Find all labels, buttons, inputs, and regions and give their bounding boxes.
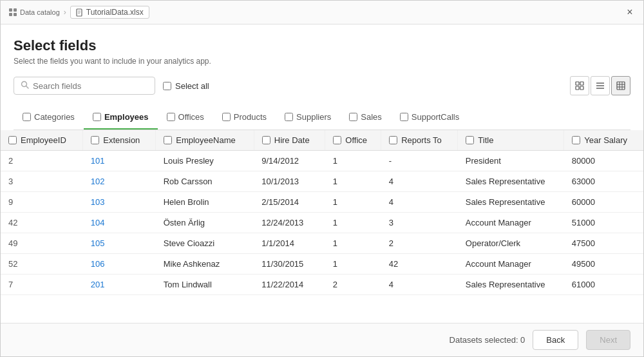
col-checkbox-employee-name[interactable]	[164, 136, 172, 144]
cell-reports_to: -	[381, 151, 458, 171]
tab-offices-checkbox[interactable]	[167, 113, 175, 121]
cell-hire_date: 11/22/2014	[254, 275, 325, 295]
main-content: Select fields Select the fields you want…	[1, 24, 643, 323]
tab-employees-label: Employees	[104, 112, 149, 122]
grid-view-button[interactable]	[570, 76, 589, 95]
tab-supportcalls-checkbox[interactable]	[400, 113, 408, 121]
tab-sales-label: Sales	[361, 112, 382, 122]
cell-year_salary: 63000	[564, 171, 643, 192]
tab-products-label: Products	[234, 112, 267, 122]
cell-year_salary: 80000	[564, 151, 643, 171]
cell-employee_name: Steve Cioazzi	[156, 233, 254, 254]
select-all-wrap: Select all	[163, 81, 209, 91]
cell-title: Operator/Clerk	[458, 233, 564, 254]
tab-sales-checkbox[interactable]	[349, 113, 357, 121]
table-view-button[interactable]	[611, 76, 630, 95]
tabs: Categories Employees Offices Products Su…	[14, 106, 630, 130]
cell-reports_to: 4	[381, 171, 458, 192]
col-checkbox-employee-id[interactable]	[8, 136, 17, 144]
cell-extension[interactable]: 103	[83, 192, 156, 213]
tab-employees-checkbox[interactable]	[93, 113, 101, 121]
cell-extension[interactable]: 105	[83, 233, 156, 254]
app-window: Data catalog › TutorialData.xlsx × Selec…	[0, 0, 644, 357]
col-header-hire-date: Hire Date	[254, 130, 325, 151]
tab-supportcalls-label: SupportCalls	[412, 112, 459, 122]
close-button[interactable]: ×	[624, 6, 636, 18]
cell-employee_name: Helen Brolin	[156, 192, 254, 213]
tab-offices[interactable]: Offices	[158, 106, 213, 130]
svg-line-9	[26, 86, 29, 89]
col-checkbox-hire-date[interactable]	[262, 136, 270, 144]
tab-categories[interactable]: Categories	[14, 106, 84, 130]
tab-products-checkbox[interactable]	[222, 113, 231, 121]
svg-rect-17	[617, 82, 625, 90]
table-row: 7201Tom Lindwall11/22/201424Sales Repres…	[1, 275, 643, 295]
tab-supportcalls[interactable]: SupportCalls	[391, 106, 468, 130]
cell-hire_date: 11/30/2015	[254, 254, 325, 275]
toolbar: Select all	[14, 76, 630, 95]
breadcrumb: Data catalog › TutorialData.xlsx	[8, 6, 149, 19]
svg-rect-10	[576, 82, 579, 85]
file-label: TutorialData.xlsx	[86, 8, 144, 17]
cell-office: 1	[325, 192, 381, 213]
tab-categories-checkbox[interactable]	[23, 113, 31, 121]
cell-office: 2	[325, 275, 381, 295]
col-checkbox-office[interactable]	[333, 136, 341, 144]
svg-rect-2	[9, 13, 12, 16]
cell-extension[interactable]: 102	[83, 171, 156, 192]
back-button[interactable]: Back	[533, 330, 578, 350]
tab-suppliers-checkbox[interactable]	[285, 113, 293, 121]
data-table: EmployeeID Extension EmployeeName Hire D…	[1, 130, 643, 295]
col-checkbox-year-salary[interactable]	[572, 136, 580, 144]
view-buttons	[570, 76, 630, 95]
tab-products[interactable]: Products	[213, 106, 276, 130]
col-header-title: Title	[458, 130, 564, 151]
cell-title: Sales Representative	[458, 171, 564, 192]
cell-reports_to: 42	[381, 254, 458, 275]
cell-office: 1	[325, 171, 381, 192]
list-view-button[interactable]	[591, 76, 610, 95]
col-checkbox-reports-to[interactable]	[389, 136, 397, 144]
next-button: Next	[586, 330, 630, 350]
tab-suppliers[interactable]: Suppliers	[276, 106, 340, 130]
svg-rect-0	[9, 8, 12, 12]
cell-title: Sales Representative	[458, 192, 564, 213]
search-box[interactable]	[14, 77, 155, 95]
table-row: 52106Mike Ashkenaz11/30/2015142Account M…	[1, 254, 643, 275]
tab-categories-label: Categories	[34, 112, 75, 122]
cell-reports_to: 4	[381, 192, 458, 213]
svg-rect-13	[580, 86, 583, 90]
svg-rect-12	[576, 86, 579, 90]
table-row: 42104Östen Ärlig12/24/201313Account Mana…	[1, 213, 643, 233]
page-subtitle: Select the fields you want to include in…	[14, 57, 630, 66]
table-row: 3102Rob Carsson10/1/201314Sales Represen…	[1, 171, 643, 192]
cell-employee_id: 3	[1, 171, 83, 192]
file-tab[interactable]: TutorialData.xlsx	[70, 6, 149, 19]
col-header-reports-to: Reports To	[381, 130, 458, 151]
cell-employee_id: 7	[1, 275, 83, 295]
tab-suppliers-label: Suppliers	[296, 112, 331, 122]
cell-year_salary: 51000	[564, 213, 643, 233]
cell-title: Account Manager	[458, 213, 564, 233]
table-wrap[interactable]: EmployeeID Extension EmployeeName Hire D…	[1, 130, 643, 323]
cell-extension[interactable]: 201	[83, 275, 156, 295]
col-header-extension: Extension	[83, 130, 156, 151]
cell-employee_name: Louis Presley	[156, 151, 254, 171]
col-checkbox-extension[interactable]	[91, 136, 99, 144]
cell-extension[interactable]: 106	[83, 254, 156, 275]
cell-extension[interactable]: 104	[83, 213, 156, 233]
cell-employee_id: 52	[1, 254, 83, 275]
tab-sales[interactable]: Sales	[340, 106, 391, 130]
tab-employees[interactable]: Employees	[84, 106, 158, 130]
footer: Datasets selected: 0 Back Next	[1, 323, 643, 356]
cell-title: Sales Representative	[458, 275, 564, 295]
cell-extension[interactable]: 101	[83, 151, 156, 171]
col-checkbox-title[interactable]	[466, 136, 474, 144]
cell-year_salary: 60000	[564, 192, 643, 213]
catalog-label: Data catalog	[20, 8, 60, 16]
col-header-employee-name: EmployeeName	[156, 130, 254, 151]
search-input[interactable]	[33, 81, 148, 91]
cell-title: Account Manager	[458, 254, 564, 275]
select-all-checkbox[interactable]	[163, 82, 171, 90]
search-icon	[21, 81, 29, 91]
